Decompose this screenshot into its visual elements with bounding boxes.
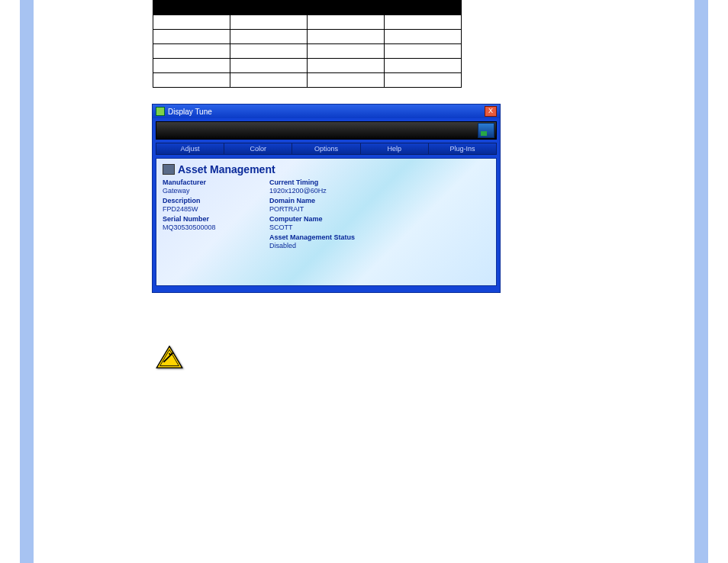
menu-options[interactable]: Options [292, 143, 360, 155]
data-table [153, 0, 462, 88]
menu-adjust[interactable]: Adjust [156, 143, 224, 155]
window-footer [153, 289, 500, 292]
menu-plugins[interactable]: Plug-Ins [429, 143, 497, 155]
panel-columns: Manufacturer Gateway Description FPD2485… [163, 179, 490, 252]
status-value: Disabled [269, 242, 376, 250]
table-header-row [153, 1, 462, 15]
table-cell [153, 59, 230, 73]
table-header-cell [385, 1, 462, 15]
monitor-icon [163, 164, 175, 175]
right-gutter [694, 0, 708, 563]
window-title: Display Tune [168, 108, 212, 116]
table-cell [230, 30, 308, 44]
description-value: FPD2485W [163, 205, 269, 214]
table-row [153, 15, 462, 30]
table-header-cell [153, 1, 230, 15]
table-row [153, 30, 462, 44]
table-cell [308, 59, 385, 73]
table-header-cell [308, 1, 385, 15]
panel-column-left: Manufacturer Gateway Description FPD2485… [163, 179, 269, 252]
manufacturer-value: Gateway [163, 187, 269, 195]
table-cell [308, 73, 385, 88]
computer-label: Computer Name [269, 215, 376, 224]
menu-help[interactable]: Help [361, 143, 429, 155]
table-cell [385, 73, 462, 88]
table-cell [153, 44, 230, 59]
toolbar-picture-icon[interactable] [478, 123, 494, 138]
table-cell [230, 44, 308, 59]
timing-value: 1920x1200@60Hz [269, 187, 376, 195]
table-cell [385, 15, 462, 30]
close-button[interactable]: X [485, 106, 497, 117]
display-tune-window: Display Tune X Adjust Color Options Help… [153, 105, 500, 292]
panel-heading: Asset Management [163, 163, 490, 175]
domain-value: PORTRAIT [269, 205, 376, 214]
app-icon [156, 107, 165, 116]
table-cell [308, 30, 385, 44]
table-cell [230, 59, 308, 73]
description-label: Description [163, 197, 269, 205]
table-cell [308, 44, 385, 59]
table-cell [308, 15, 385, 30]
table-cell [385, 30, 462, 44]
table-cell [230, 73, 308, 88]
table-header-cell [230, 1, 308, 15]
manufacturer-label: Manufacturer [163, 179, 269, 187]
computer-value: SCOTT [269, 224, 376, 232]
left-gutter [20, 0, 34, 563]
table-row [153, 44, 462, 59]
panel-heading-text: Asset Management [178, 163, 275, 175]
menu-color[interactable]: Color [224, 143, 292, 155]
content-column: Display Tune X Adjust Color Options Help… [153, 0, 610, 368]
status-label: Asset Management Status [269, 233, 376, 242]
table-cell [153, 73, 230, 88]
page: Display Tune X Adjust Color Options Help… [0, 0, 728, 563]
titlebar[interactable]: Display Tune X [153, 105, 500, 118]
caution-icon [156, 346, 183, 368]
serial-value: MQ30530500008 [163, 224, 269, 232]
domain-label: Domain Name [269, 197, 376, 205]
table-row [153, 73, 462, 88]
timing-label: Current Timing [269, 179, 376, 187]
table-cell [385, 59, 462, 73]
menubar: Adjust Color Options Help Plug-Ins [156, 143, 497, 155]
table-cell [385, 44, 462, 59]
serial-label: Serial Number [163, 215, 269, 224]
asset-management-panel: Asset Management Manufacturer Gateway De… [156, 158, 497, 286]
table-cell [153, 15, 230, 30]
table-row [153, 59, 462, 73]
table-cell [153, 30, 230, 44]
table-cell [230, 15, 308, 30]
toolbar [156, 121, 497, 140]
panel-column-right: Current Timing 1920x1200@60Hz Domain Nam… [269, 179, 376, 252]
